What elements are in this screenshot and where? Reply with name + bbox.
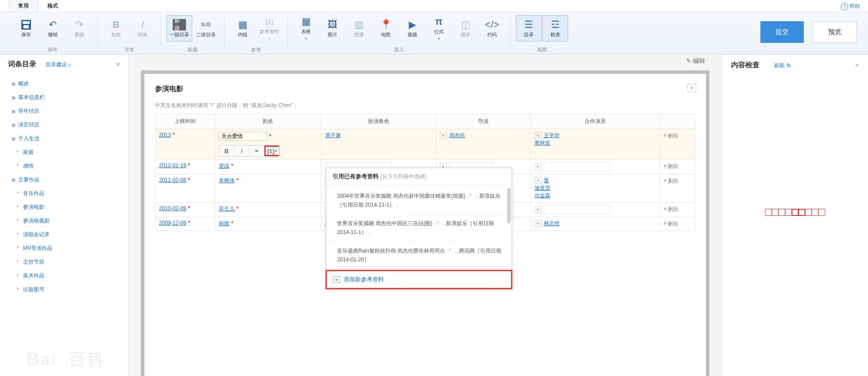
movie-name-link[interactable]: 苏乞儿	[219, 206, 235, 212]
map-button[interactable]: 📍地图	[373, 15, 399, 42]
th-director: 导演	[436, 114, 531, 129]
coactor-link[interactable]: 迪亚茨	[535, 185, 550, 191]
group-ops-label: 操作	[48, 46, 58, 54]
add-coactor[interactable]: +	[535, 163, 542, 170]
th-name: 剧名	[215, 114, 321, 129]
add-coactor[interactable]: +	[535, 132, 542, 139]
mini-italic[interactable]: I	[234, 146, 249, 156]
submit-button[interactable]: 提交	[760, 21, 804, 43]
edit-link[interactable]: 编辑	[686, 57, 705, 64]
toc-item[interactable]: 音乐作品	[8, 187, 120, 200]
group-insert-label: 插入	[394, 46, 404, 54]
check-close-icon[interactable]: ×	[855, 61, 859, 69]
toc-item[interactable]: MV导演作品	[8, 242, 120, 255]
reference-popup: 引用已有参考资料 (从下方列表中选择) 2004年世界音乐奖揭晓 周杰伦获中国最…	[326, 168, 512, 289]
delete-row-button[interactable]: 删除	[663, 133, 678, 139]
toc-item[interactable]: 参演电影	[8, 200, 120, 214]
popup-list[interactable]: 2004年世界音乐奖揭晓 周杰伦获中国最佳销量奖(组图) ↗ ．新浪娱乐［引用日…	[326, 185, 512, 271]
movie-date-link[interactable]: 2009-12-09	[159, 220, 186, 226]
main-area: 词条目录 目录建议 × 概述基本信息栏早年经历演艺经历个人生活家庭感情主要作品音…	[0, 54, 868, 376]
toc-button[interactable]: ☰目录	[516, 15, 542, 42]
group-view-label: 视图	[537, 46, 547, 54]
add-reference-button[interactable]: + 添加新参考资料	[327, 271, 511, 288]
table-button[interactable]: ▦表格	[293, 15, 319, 42]
scrollbar[interactable]	[507, 188, 511, 223]
coactor-link[interactable]: 王学圻	[544, 132, 560, 138]
toc-item[interactable]: 美术作品	[8, 269, 120, 283]
tab-format[interactable]: 格式	[38, 0, 67, 12]
delete-row-button[interactable]: 删除	[663, 178, 678, 184]
add-coactor[interactable]: +	[535, 206, 542, 213]
reference-item[interactable]: 2004年世界音乐奖揭晓 周杰伦获中国最佳销量奖(组图) ↗ ．新浪娱乐［引用日…	[326, 187, 512, 215]
innerlink-button[interactable]: ▦内链	[230, 15, 256, 42]
movie-name-link[interactable]: 青蜂侠	[219, 177, 235, 184]
coactor-input[interactable]	[544, 162, 610, 171]
refresh-link[interactable]: 刷新	[774, 62, 790, 69]
coactor-link[interactable]: 尔金森	[535, 192, 550, 199]
mini-bold[interactable]: B	[219, 146, 234, 156]
movie-date-link[interactable]: 2012-01-19	[159, 162, 186, 169]
coactor-input[interactable]	[544, 205, 610, 214]
toc-item[interactable]: 感情	[8, 159, 120, 173]
coactor-link[interactable]: 黄秋生	[535, 140, 550, 146]
add-director[interactable]: +	[440, 132, 447, 139]
table-row: 2013* * B I ⚭ [1] 浪子膏 +周杰伦 +王学圻黄秋生 删除	[155, 129, 695, 160]
toc-item[interactable]: 演艺经历	[8, 118, 120, 132]
bold-button: B加粗	[103, 15, 129, 42]
role-link[interactable]: 浪子膏	[325, 132, 341, 138]
mini-link[interactable]: ⚭	[249, 146, 264, 156]
toc-item[interactable]: 家庭	[8, 146, 120, 159]
bold-icon: B	[109, 19, 123, 31]
delete-row-button[interactable]: 删除	[663, 206, 678, 212]
error-indicator	[765, 209, 825, 216]
add-coactor[interactable]: +	[535, 220, 542, 227]
map-icon: 📍	[379, 19, 392, 31]
check-sidebar: 内容检查 刷新 ×	[722, 54, 868, 376]
movie-date-link[interactable]: 2011-02-08	[159, 177, 186, 183]
reference-item[interactable]: 音乐盛典Rain被粉丝扑倒 周杰伦蔡依林再同台 ↗ ．腾讯网［引用日期 2014…	[326, 242, 512, 269]
help-link[interactable]: 帮助	[841, 3, 860, 10]
toc-item[interactable]: 演唱会记录	[8, 228, 120, 242]
toc-title: 词条目录	[8, 60, 36, 69]
close-icon[interactable]: ×	[687, 84, 696, 92]
delete-row-button[interactable]: 删除	[663, 221, 678, 227]
redo-button: ↷重做	[66, 15, 92, 42]
movie-date-link[interactable]: 2010-02-09	[159, 205, 186, 211]
toc-close-icon[interactable]: ×	[116, 61, 120, 69]
toc-item[interactable]: 个人生活	[8, 132, 120, 146]
group-font-label: 字体	[124, 46, 134, 54]
toc-item[interactable]: 概述	[8, 77, 120, 91]
h2-button[interactable]: 标题二级目录	[193, 15, 219, 42]
toc-item[interactable]: 主持节目	[8, 255, 120, 269]
movie-name-link[interactable]: 刺陵	[219, 220, 229, 226]
toc-suggest-link[interactable]: 目录建议	[46, 61, 71, 68]
tab-common[interactable]: 常用	[9, 0, 38, 12]
save-button[interactable]: 保存	[13, 15, 39, 42]
undo-button[interactable]: ↶撤销	[40, 15, 66, 42]
coactor-link[interactable]: 林志玲	[544, 220, 560, 226]
toc-list[interactable]: 概述基本信息栏早年经历演艺经历个人生活家庭感情主要作品音乐作品参演电影参演电视剧…	[8, 77, 120, 351]
toc-item[interactable]: 参演电视剧	[8, 214, 120, 228]
code-button[interactable]: </>代码	[479, 15, 505, 42]
toc-item[interactable]: 基本信息栏	[8, 91, 120, 104]
movie-name-input[interactable]	[219, 132, 267, 141]
delete-row-button[interactable]: 删除	[663, 163, 678, 169]
movie-date-link[interactable]: 2013	[159, 132, 171, 138]
coactor-link[interactable]: 曼	[544, 177, 549, 184]
section-title: 参演电影	[155, 84, 695, 94]
preview-button[interactable]: 预览	[813, 21, 857, 43]
add-coactor[interactable]: +	[535, 177, 542, 184]
toc-item[interactable]: 主要作品	[8, 173, 120, 187]
undo-icon: ↶	[46, 19, 59, 31]
h1-button[interactable]: 标题一级目录	[167, 15, 192, 42]
director-link[interactable]: 周杰伦	[449, 132, 465, 138]
image-button[interactable]: 🖼图片	[320, 15, 345, 42]
reference-item[interactable]: 世界音乐奖揭晓 周杰伦中国区三连冠(图) ↗ ．新浪娱乐［引用日期 2014-1…	[326, 215, 512, 242]
toc-item[interactable]: 早年经历	[8, 104, 120, 118]
formula-button[interactable]: π公式	[426, 15, 452, 42]
video-button[interactable]: ▶视频	[399, 15, 425, 42]
movie-name-link[interactable]: 逆战	[219, 163, 229, 169]
mini-ref-dropdown[interactable]: [1]	[266, 146, 279, 156]
check-button[interactable]: ☲检查	[542, 15, 568, 42]
toc-item[interactable]: 出版图书	[8, 283, 120, 296]
